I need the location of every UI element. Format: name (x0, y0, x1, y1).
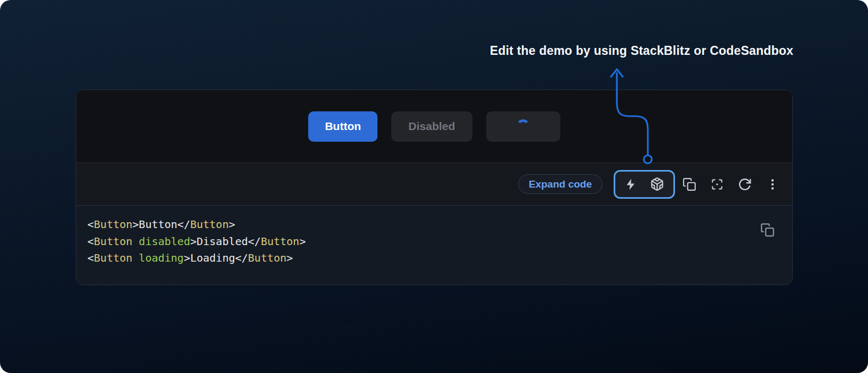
component-preview-area: Button Disabled (76, 90, 792, 163)
demo-loading-button (486, 111, 560, 142)
copy-demo-button[interactable] (681, 170, 697, 199)
copy-icon (682, 177, 696, 191)
demo-toolbar: Expand code (76, 163, 792, 206)
sandbox-icons-highlight-group (614, 170, 675, 199)
stackblitz-button[interactable] (624, 177, 637, 191)
codesandbox-button[interactable] (650, 177, 664, 191)
demo-primary-button[interactable]: Button (308, 111, 377, 142)
more-vertical-icon (766, 177, 779, 191)
code-line: <Button disabled>Disabled</Button> (87, 233, 792, 250)
code-line: <Button>Button</Button> (87, 216, 792, 233)
expand-code-button[interactable]: Expand code (518, 174, 602, 194)
stackblitz-icon (624, 177, 637, 191)
refresh-icon (738, 177, 752, 191)
copy-icon (760, 223, 775, 237)
copy-code-button[interactable] (760, 222, 775, 237)
component-demo-panel: Button Disabled Expand code (76, 90, 793, 285)
demo-card: Edit the demo by using StackBlitz or Cod… (0, 0, 868, 373)
code-line: <Button loading>Loading</Button> (87, 250, 792, 267)
code-block: <Button>Button</Button><Button disabled>… (76, 206, 792, 285)
screenshot-button[interactable] (709, 170, 725, 199)
demo-disabled-button: Disabled (391, 111, 472, 142)
screenshot-icon (710, 177, 724, 191)
codesandbox-icon (650, 177, 664, 191)
refresh-demo-button[interactable] (737, 170, 753, 199)
more-options-button[interactable] (765, 170, 781, 199)
code-content: <Button>Button</Button><Button disabled>… (87, 216, 792, 267)
loading-spinner-icon (516, 119, 530, 133)
annotation-text: Edit the demo by using StackBlitz or Cod… (490, 43, 793, 59)
